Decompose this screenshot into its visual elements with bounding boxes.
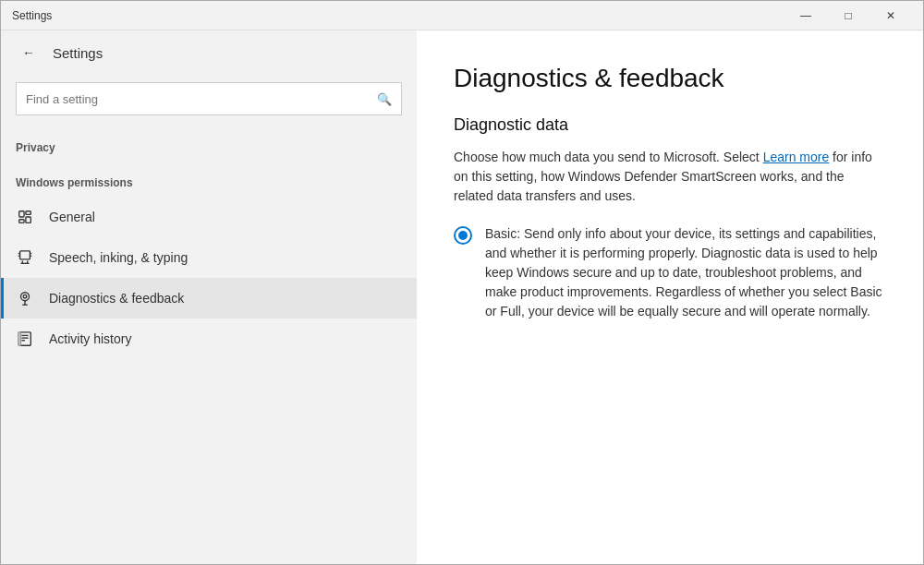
activity-icon <box>16 330 34 348</box>
titlebar: Settings — □ ✕ <box>1 1 923 30</box>
svg-rect-3 <box>26 217 30 222</box>
back-icon: ← <box>22 45 35 60</box>
sidebar-item-activity[interactable]: Activity history <box>1 319 417 359</box>
close-button[interactable]: ✕ <box>869 1 912 30</box>
diagnostics-icon <box>16 289 34 307</box>
general-label: General <box>49 210 95 224</box>
speech-label: Speech, inking, & typing <box>49 250 188 265</box>
search-box[interactable]: 🔍 <box>16 82 402 115</box>
learn-more-link[interactable]: Learn more <box>763 150 830 164</box>
general-icon <box>16 208 34 226</box>
description-part1: Choose how much data you send to Microso… <box>454 150 763 164</box>
search-input[interactable] <box>26 92 377 106</box>
activity-label: Activity history <box>49 331 131 346</box>
search-icon: 🔍 <box>377 92 392 106</box>
maximize-button[interactable]: □ <box>827 1 869 30</box>
speech-icon <box>16 248 34 267</box>
titlebar-left: Settings <box>12 9 52 22</box>
sidebar-nav-top: ← Settings <box>1 30 417 75</box>
back-button[interactable]: ← <box>16 40 42 66</box>
basic-radio-option[interactable]: Basic: Send only info about your device,… <box>454 224 886 321</box>
basic-radio-button[interactable] <box>454 226 472 245</box>
basic-radio-text: Basic: Send only info about your device,… <box>485 224 886 321</box>
svg-rect-2 <box>26 211 30 215</box>
main-content: ← Settings 🔍 Privacy Windows permissions… <box>1 30 923 564</box>
svg-point-12 <box>21 293 30 301</box>
diagnostics-label: Diagnostics & feedback <box>49 291 184 306</box>
right-panel: Diagnostics & feedback Diagnostic data C… <box>417 30 923 564</box>
svg-rect-0 <box>19 211 24 217</box>
page-title: Diagnostics & feedback <box>454 64 886 93</box>
svg-rect-1 <box>19 220 24 223</box>
svg-point-13 <box>23 295 27 298</box>
minimize-button[interactable]: — <box>784 1 827 30</box>
privacy-section-label: Privacy <box>1 130 417 162</box>
sidebar-item-speech[interactable]: Speech, inking, & typing <box>1 237 417 278</box>
sidebar-item-diagnostics[interactable]: Diagnostics & feedback <box>1 278 417 319</box>
section-title: Diagnostic data <box>454 115 886 135</box>
windows-permissions-label: Windows permissions <box>1 162 417 197</box>
svg-rect-20 <box>18 332 21 345</box>
svg-rect-4 <box>20 251 30 259</box>
titlebar-controls: — □ ✕ <box>784 1 912 30</box>
sidebar-item-general[interactable]: General <box>1 197 417 237</box>
titlebar-title: Settings <box>12 9 52 22</box>
description-text: Choose how much data you send to Microso… <box>454 148 886 206</box>
sidebar-app-title: Settings <box>53 45 103 61</box>
sidebar: ← Settings 🔍 Privacy Windows permissions… <box>1 30 417 564</box>
